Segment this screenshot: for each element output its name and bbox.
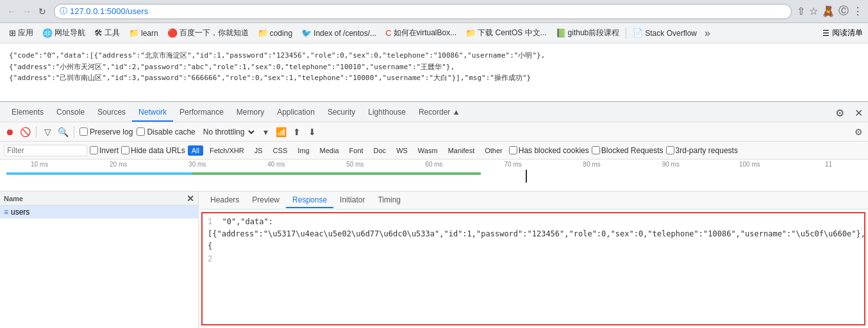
url-input[interactable] — [70, 6, 786, 16]
bookmark-icon[interactable]: ☆ — [809, 5, 818, 17]
centos-dl-icon: 📁 — [465, 28, 476, 38]
line-num-2: 2 — [208, 254, 212, 263]
disable-cache-checkbox[interactable]: Disable cache — [137, 127, 195, 136]
disable-cache-input[interactable] — [137, 127, 145, 136]
bookmark-nav[interactable]: 🌐 网址导航 — [38, 26, 89, 40]
tab-application[interactable]: Application — [271, 105, 321, 122]
centos-index-icon: 🐦 — [301, 28, 312, 38]
requests-close-button[interactable]: ✕ — [187, 193, 194, 204]
toolbar-sep-2 — [74, 126, 74, 138]
devtools-close-button[interactable]: ✕ — [849, 104, 868, 122]
blocked-requests-label: Blocked Requests — [601, 146, 664, 155]
tab-console[interactable]: Console — [50, 105, 91, 122]
network-settings-icon[interactable]: ⚙ — [853, 126, 864, 138]
tab-lighthouse[interactable]: Lighthouse — [362, 105, 412, 122]
has-blocked-cookies-input[interactable] — [509, 146, 517, 154]
reader-icon[interactable]: ☰ — [822, 29, 830, 38]
filter-img-button[interactable]: Img — [294, 145, 313, 156]
search-button[interactable]: 🔍 — [57, 126, 69, 138]
learn-folder-icon: 📁 — [129, 28, 139, 38]
request-item-users[interactable]: ≡ users — [0, 206, 198, 218]
profile-icon[interactable]: Ⓒ — [839, 4, 849, 18]
filter-fetch-xhr-button[interactable]: Fetch/XHR — [206, 145, 248, 156]
tab-sources[interactable]: Sources — [91, 105, 132, 122]
requests-pane: Name ✕ ≡ users — [0, 192, 199, 328]
timeline-label-30ms: 30 ms — [158, 161, 237, 168]
throttle-dropdown-icon[interactable]: ▾ — [260, 126, 272, 138]
tab-network[interactable]: Network — [132, 105, 173, 122]
split-pane: Name ✕ ≡ users Headers Preview Response … — [0, 192, 868, 328]
has-blocked-cookies-checkbox[interactable]: Has blocked cookies — [509, 146, 589, 155]
bookmark-github[interactable]: 📗 github前段课程 — [552, 26, 624, 40]
tab-elements[interactable]: Elements — [5, 105, 50, 122]
filter-font-button[interactable]: Font — [346, 145, 367, 156]
detail-tab-response[interactable]: Response — [286, 193, 333, 208]
security-icon: ⓘ — [60, 6, 67, 17]
filter-ws-button[interactable]: WS — [392, 145, 412, 156]
devtools-settings-icon[interactable]: ⚙ — [830, 104, 849, 122]
preserve-log-checkbox[interactable]: Preserve log — [79, 127, 133, 136]
tab-recorder[interactable]: Recorder ▲ — [412, 105, 467, 122]
tab-performance[interactable]: Performance — [173, 105, 230, 122]
wifi-icon[interactable]: 📶 — [276, 126, 287, 138]
hide-data-urls-input[interactable] — [121, 146, 129, 154]
filter-doc-button[interactable]: Doc — [370, 145, 390, 156]
back-button[interactable]: ← — [5, 5, 18, 18]
hide-data-urls-checkbox[interactable]: Hide data URLs — [121, 146, 185, 155]
browser-frame: ← → ↻ ⓘ ⇧ ☆ 🧸 Ⓒ ⋮ ⊞ 应用 🌐 网址导航 🛠 工具 — [0, 0, 868, 328]
tools-icon: 🛠 — [94, 28, 103, 38]
bookmark-learn[interactable]: 📁 learn — [125, 27, 162, 39]
invert-input[interactable] — [90, 146, 98, 154]
share-icon[interactable]: ⇧ — [797, 5, 805, 17]
invert-checkbox[interactable]: Invert — [90, 146, 119, 155]
detail-tab-bar: Headers Preview Response Initiator Timin… — [199, 192, 868, 209]
bookmark-centos-index[interactable]: 🐦 Index of /centos/... — [297, 27, 380, 39]
filter-other-button[interactable]: Other — [481, 145, 506, 156]
filter-wasm-button[interactable]: Wasm — [414, 145, 442, 156]
detail-tab-timing[interactable]: Timing — [371, 193, 407, 208]
reader-label: 阅读清单 — [832, 28, 863, 38]
third-party-requests-input[interactable] — [666, 146, 674, 154]
bookmark-github-label: github前段课程 — [568, 28, 620, 38]
bookmark-tools[interactable]: 🛠 工具 — [90, 26, 124, 40]
filter-icon-button[interactable]: ▽ — [42, 126, 53, 138]
blocked-requests-checkbox[interactable]: Blocked Requests — [592, 146, 664, 155]
filter-media-button[interactable]: Media — [316, 145, 343, 156]
extensions-icon[interactable]: 🧸 — [822, 5, 835, 17]
response-content: 1 "0","data":[{"address":"\u5317\u4eac\u… — [201, 212, 865, 325]
bookmark-baidu[interactable]: 🔴 百度一下，你就知道 — [163, 26, 253, 40]
detail-tab-preview[interactable]: Preview — [246, 193, 286, 208]
address-bar[interactable]: ⓘ — [54, 4, 792, 19]
preserve-log-input[interactable] — [79, 127, 88, 136]
bookmark-stackoverflow-label: Stack Overflow — [645, 29, 697, 38]
filter-all-button[interactable]: All — [188, 145, 203, 156]
filter-js-button[interactable]: JS — [251, 145, 267, 156]
throttle-select[interactable]: No throttling — [199, 126, 256, 138]
more-bookmarks-button[interactable]: » — [702, 26, 713, 40]
toolbar-sep-1 — [36, 126, 37, 138]
bookmark-centos-dl[interactable]: 📁 下载 CentOS 中文... — [462, 26, 550, 40]
filter-manifest-button[interactable]: Manifest — [444, 145, 479, 156]
bookmark-virtualbox[interactable]: C 如何在virtualBox... — [381, 26, 460, 40]
forward-button[interactable]: → — [21, 5, 33, 18]
reload-button[interactable]: ↻ — [36, 5, 49, 18]
filter-css-button[interactable]: CSS — [269, 145, 292, 156]
filter-input[interactable] — [4, 145, 87, 156]
bookmark-coding[interactable]: 📁 coding — [254, 27, 296, 39]
toolbar-right-settings: ⚙ — [853, 126, 864, 138]
clear-button[interactable]: 🚫 — [19, 126, 31, 138]
third-party-requests-checkbox[interactable]: 3rd-party requests — [666, 146, 738, 155]
bookmark-apps[interactable]: ⊞ 应用 — [5, 26, 37, 40]
menu-icon[interactable]: ⋮ — [853, 5, 863, 17]
blocked-requests-input[interactable] — [592, 146, 600, 154]
bookmark-stackoverflow[interactable]: 📄 Stack Overflow — [629, 27, 701, 39]
record-button[interactable]: ⏺ — [4, 126, 15, 138]
tab-security[interactable]: Security — [321, 105, 362, 122]
upload-icon[interactable]: ⬆ — [291, 126, 303, 138]
tab-memory[interactable]: Memory — [230, 105, 271, 122]
requests-header: Name ✕ — [0, 192, 198, 206]
timeline-label-50ms: 50 ms — [315, 161, 394, 168]
detail-tab-initiator[interactable]: Initiator — [333, 193, 371, 208]
detail-tab-headers[interactable]: Headers — [204, 193, 246, 208]
download-icon[interactable]: ⬇ — [306, 126, 318, 138]
